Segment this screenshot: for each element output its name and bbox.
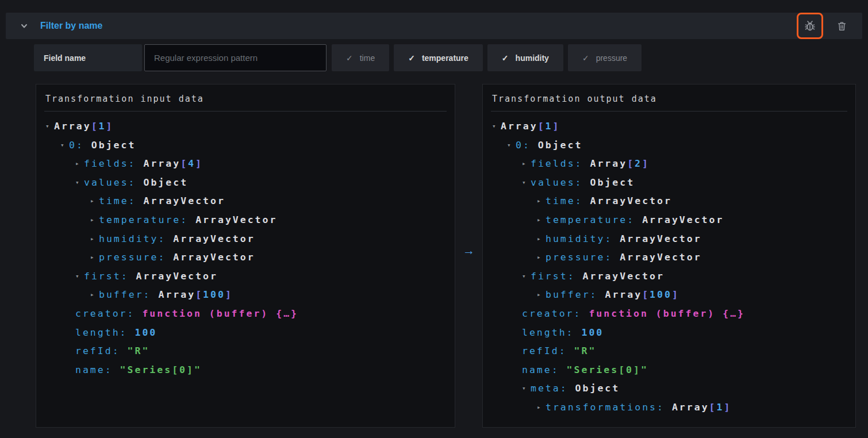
tree-line: refId: "R" <box>483 342 855 361</box>
tree-line: ▾values: Object <box>36 174 455 193</box>
tree-line: ▾0: Object <box>483 136 855 155</box>
json-token-obj: Array <box>143 158 180 169</box>
chevron-down-icon[interactable] <box>18 20 30 32</box>
expand-toggle-icon[interactable]: ▸ <box>90 211 99 230</box>
json-token-obj: Object <box>143 177 188 188</box>
input-panel: Transformation input data ▾Array[1]▾0: O… <box>36 84 455 428</box>
field-pill-pressure[interactable]: ✓pressure <box>568 44 642 71</box>
json-token-key: fields: <box>84 158 143 169</box>
json-token-key: name: <box>522 364 567 375</box>
expand-toggle-icon[interactable]: ▸ <box>90 192 99 211</box>
tree-line: length: 100 <box>483 324 855 343</box>
collapse-toggle-icon[interactable]: ▾ <box>522 267 531 286</box>
collapse-toggle-icon[interactable]: ▾ <box>507 136 516 155</box>
json-token-obj: ArrayVector <box>583 271 665 282</box>
field-pill-label: time <box>360 53 375 63</box>
expand-toggle-icon[interactable]: ▸ <box>537 398 546 417</box>
json-token-key: meta: <box>531 383 575 394</box>
field-pill-label: pressure <box>596 53 627 63</box>
json-token-br: [ <box>627 158 635 169</box>
tree-line: ▾values: Object <box>483 174 855 193</box>
expand-toggle-icon[interactable]: ▸ <box>522 155 531 174</box>
tree-line: name: "Series[0]" <box>483 361 855 380</box>
json-token-obj: Object <box>91 140 136 151</box>
collapse-toggle-icon[interactable]: ▾ <box>522 379 531 398</box>
collapse-toggle-icon[interactable]: ▾ <box>75 174 84 193</box>
collapse-toggle-icon[interactable]: ▾ <box>492 117 501 136</box>
tree-line: ▸fields: Array[2] <box>483 155 855 174</box>
json-token-key: fields: <box>531 158 590 169</box>
delete-button[interactable] <box>830 14 853 37</box>
check-icon: ✓ <box>408 53 415 63</box>
tree-line: ▾meta: Object <box>483 379 855 398</box>
check-icon: ✓ <box>582 53 589 63</box>
json-token-br: [ <box>180 158 188 169</box>
collapse-toggle-icon[interactable]: ▾ <box>60 136 69 155</box>
json-token-key: creator: <box>75 308 142 319</box>
json-token-num: 1 <box>99 121 106 132</box>
arrow-right-icon: → <box>463 244 475 259</box>
json-token-obj: Object <box>575 383 620 394</box>
json-token-key: temperature: <box>99 214 195 225</box>
json-token-key: buffer: <box>546 289 605 300</box>
json-token-key: pressure: <box>99 252 173 263</box>
json-token-key: buffer: <box>99 289 158 300</box>
output-panel-title: Transformation output data <box>483 84 855 111</box>
json-token-obj: Array <box>672 402 709 413</box>
json-token-key: transformations: <box>546 402 672 413</box>
expand-toggle-icon[interactable]: ▸ <box>537 286 546 305</box>
json-token-br: ] <box>106 121 114 132</box>
field-pill-time[interactable]: ✓time <box>332 44 389 71</box>
json-token-br: [ <box>642 289 650 300</box>
tree-line: ▸humidity: ArrayVector <box>36 230 455 249</box>
field-pill-humidity[interactable]: ✓humidity <box>487 44 563 71</box>
json-token-obj: Array <box>54 121 91 132</box>
json-token-num: 1 <box>717 402 724 413</box>
output-panel: Transformation output data ▾Array[1]▾0: … <box>482 84 856 428</box>
field-pill-label: humidity <box>516 53 549 63</box>
debug-button[interactable] <box>797 13 823 39</box>
tree-line: ▸temperature: ArrayVector <box>36 211 455 230</box>
check-icon: ✓ <box>346 53 353 63</box>
expand-toggle-icon[interactable]: ▸ <box>537 192 546 211</box>
tree-line: ▾first: ArrayVector <box>36 267 455 286</box>
expand-toggle-icon[interactable]: ▸ <box>537 211 546 230</box>
json-token-obj: ArrayVector <box>620 252 701 263</box>
collapse-toggle-icon[interactable]: ▾ <box>45 117 54 136</box>
expand-toggle-icon[interactable]: ▸ <box>75 155 84 174</box>
field-pill-temperature[interactable]: ✓temperature <box>394 44 483 71</box>
collapse-toggle-icon[interactable]: ▾ <box>75 267 84 286</box>
tree-line: ▸pressure: ArrayVector <box>36 248 455 267</box>
tree-line: creator: function (buffer) {…} <box>36 305 455 324</box>
tree-line: ▾Array[1] <box>36 117 455 136</box>
json-token-key: values: <box>531 177 590 188</box>
tree-line: ▸temperature: ArrayVector <box>483 211 855 230</box>
expand-toggle-icon[interactable]: ▸ <box>90 286 99 305</box>
filter-row: Field name ✓time✓temperature✓humidity✓pr… <box>34 44 642 71</box>
json-token-key: creator: <box>522 308 589 319</box>
json-token-key: pressure: <box>546 252 620 263</box>
regex-input[interactable] <box>144 44 327 71</box>
tree-line: ▸transformations: Array[1] <box>483 398 855 417</box>
expand-toggle-icon[interactable]: ▸ <box>537 248 546 267</box>
collapse-toggle-icon[interactable]: ▾ <box>522 174 531 193</box>
json-token-obj: Array <box>501 121 538 132</box>
transform-title[interactable]: Filter by name <box>40 21 102 31</box>
json-token-key: 0: <box>516 140 538 151</box>
json-token-key: name: <box>75 364 120 375</box>
json-token-num: 4 <box>188 158 195 169</box>
json-token-func: function (buffer) {…} <box>589 308 745 319</box>
json-token-br: [ <box>91 121 99 132</box>
json-token-obj: ArrayVector <box>642 214 724 225</box>
expand-toggle-icon[interactable]: ▸ <box>90 248 99 267</box>
json-token-num: 1 <box>546 121 553 132</box>
expand-toggle-icon[interactable]: ▸ <box>90 230 99 249</box>
json-token-obj: ArrayVector <box>173 252 255 263</box>
tree-line: ▸buffer: Array[100] <box>36 286 455 305</box>
expand-toggle-icon[interactable]: ▸ <box>537 230 546 249</box>
json-token-num: 2 <box>635 158 642 169</box>
transform-header: Filter by name <box>6 13 862 39</box>
json-token-key: temperature: <box>546 214 642 225</box>
json-token-obj: Object <box>590 177 635 188</box>
debug-section: Transformation input data ▾Array[1]▾0: O… <box>36 84 856 428</box>
